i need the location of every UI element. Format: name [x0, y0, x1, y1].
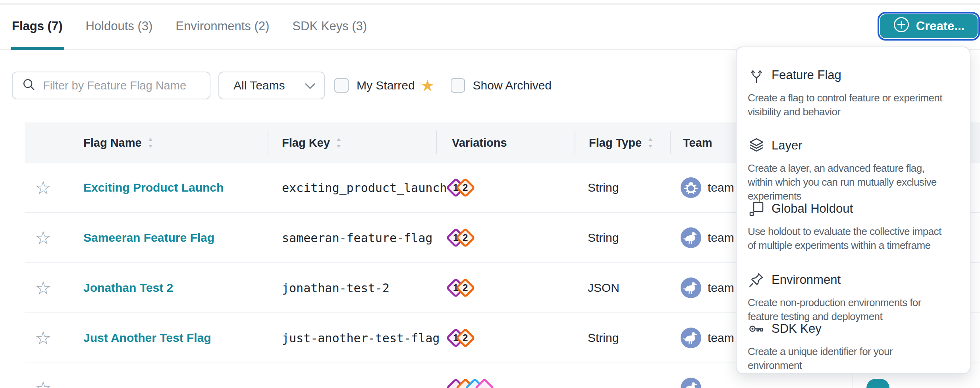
environment-toggle-on[interactable] — [866, 379, 889, 388]
create-menu-item-title: Environment — [748, 270, 960, 289]
variations — [449, 381, 492, 388]
active-tab-indicator — [11, 47, 64, 50]
create-menu-item-title: Global Holdout — [748, 199, 960, 218]
create-menu-item-title: Layer — [748, 136, 960, 155]
create-menu-item-label: SDK Key — [772, 322, 822, 336]
bird-icon — [682, 279, 700, 297]
team-avatar — [681, 227, 701, 248]
global-holdout-icon — [748, 200, 765, 217]
create-button-label: Create... — [916, 19, 965, 33]
flag-name-link[interactable]: Sameeran Feature Flag — [83, 231, 214, 244]
flag-key: exciting_product_launch — [282, 181, 447, 195]
team-avatar — [681, 277, 701, 298]
flag-type: String — [588, 181, 619, 194]
my-starred-label: My Starred — [357, 79, 415, 92]
create-menu-item-label: Layer — [772, 138, 803, 153]
create-menu-item-label: Global Holdout — [772, 202, 853, 216]
layer-icon — [748, 137, 765, 154]
flags-page: Flags (7)Holdouts (3)Environments (2)SDK… — [0, 0, 980, 388]
star-toggle-icon[interactable]: ☆ — [35, 279, 51, 297]
lightbulb-icon — [682, 178, 700, 197]
column-header-flag-type[interactable]: Flag Type — [589, 136, 654, 149]
variations: 12 — [449, 331, 473, 345]
team-name: team — [708, 231, 734, 244]
team-name: team — [708, 181, 734, 194]
create-button[interactable]: Create... — [880, 14, 978, 38]
flag-key: sameeran-feature-flag — [282, 231, 432, 245]
tab-flags-7[interactable]: Flags (7) — [6, 14, 69, 38]
star-toggle-icon[interactable]: ☆ — [35, 178, 51, 197]
sdk-key-icon — [748, 320, 765, 338]
flag-name-link[interactable]: Just Another Test Flag — [83, 331, 211, 345]
column-header-flag-key[interactable]: Flag Key — [282, 136, 342, 149]
search-icon — [22, 78, 36, 91]
column-divider — [268, 131, 268, 154]
variations: 12 — [449, 180, 473, 195]
create-menu-item-layer[interactable]: Layer Create a layer, an advanced featur… — [748, 136, 960, 203]
flag-key: jonathan-test-2 — [282, 281, 390, 295]
star-toggle-icon[interactable]: ☆ — [35, 229, 51, 247]
flag-type: String — [588, 231, 619, 244]
create-menu-item-environment[interactable]: Environment Create non-production enviro… — [748, 270, 960, 324]
star-toggle-icon[interactable]: ☆ — [35, 379, 51, 388]
column-divider — [670, 131, 671, 154]
column-header-variations: Variations — [452, 136, 507, 149]
environment-icon — [748, 271, 765, 289]
feature-flag-icon — [748, 66, 765, 84]
column-label: Team — [683, 136, 712, 149]
plus-circle-icon — [893, 16, 910, 36]
create-menu-item-description: Create a layer, an advanced feature flag… — [748, 161, 960, 203]
create-menu-item-description: Create a unique identifier for your envi… — [748, 345, 960, 372]
variations: 12 — [449, 231, 473, 245]
column-label: Flag Name — [83, 136, 142, 149]
create-menu-item-label: Feature Flag — [772, 68, 841, 82]
bird-icon — [682, 329, 700, 347]
variation-number: 2 — [463, 232, 468, 243]
tab-environments-2[interactable]: Environments (2) — [169, 14, 276, 38]
create-menu-item-label: Environment — [772, 273, 841, 287]
create-menu-item-description: Use holdout to evaluate the collective i… — [748, 225, 960, 252]
layer-icon — [748, 137, 765, 154]
column-label: Variations — [452, 136, 507, 149]
column-header-flag-name[interactable]: Flag Name — [83, 136, 154, 149]
search-icon — [22, 78, 36, 93]
tab-sdk-keys-3[interactable]: SDK Keys (3) — [286, 14, 373, 38]
show-archived-checkbox[interactable] — [451, 78, 465, 93]
filter-bar: All Teams My Starred ★ Show Archived — [12, 72, 552, 99]
sort-icon — [647, 137, 654, 149]
team-avatar — [681, 177, 701, 198]
team-name: team — [708, 281, 734, 295]
create-menu-item-sdk-key[interactable]: SDK Key Create a unique identifier for y… — [748, 319, 960, 372]
create-menu-item-global-holdout[interactable]: Global Holdout Use holdout to evaluate t… — [748, 199, 960, 252]
tab-bar: Flags (7)Holdouts (3)Environments (2)SDK… — [6, 14, 373, 38]
chevron-down-icon — [305, 83, 315, 89]
sort-icon — [336, 137, 342, 149]
create-menu-item-feature-flag[interactable]: Feature Flag Create a flag to control fe… — [748, 66, 960, 119]
my-starred-checkbox[interactable] — [334, 78, 349, 93]
team-avatar — [681, 328, 701, 348]
flag-type: String — [588, 331, 619, 345]
top-divider — [0, 3, 980, 5]
create-menu-item-title: Feature Flag — [748, 66, 960, 85]
flag-search-box[interactable] — [12, 72, 210, 99]
chevron-down-icon — [305, 79, 315, 92]
global-holdout-icon — [748, 200, 765, 217]
variation-number: 2 — [463, 282, 468, 293]
tab-holdouts-3[interactable]: Holdouts (3) — [79, 14, 159, 38]
create-menu-item-description: Create a flag to control feature or expe… — [748, 91, 960, 119]
create-menu-item-title: SDK Key — [748, 319, 960, 338]
flag-name-link[interactable]: Exciting Product Launch — [83, 181, 224, 194]
star-toggle-icon[interactable]: ☆ — [35, 329, 51, 347]
flag-search-input[interactable] — [43, 79, 202, 92]
bird-icon — [682, 379, 700, 388]
column-divider — [436, 131, 437, 154]
star-icon: ★ — [421, 78, 435, 93]
team-avatar — [681, 378, 701, 388]
variation-number: 2 — [463, 332, 468, 343]
column-header-team: Team — [683, 136, 712, 149]
environment-icon — [748, 271, 765, 289]
flag-name-link[interactable]: Jonathan Test 2 — [83, 281, 173, 295]
sdk-key-icon — [748, 320, 765, 338]
team-filter-select[interactable]: All Teams — [218, 72, 325, 99]
flag-type: JSON — [588, 281, 619, 295]
